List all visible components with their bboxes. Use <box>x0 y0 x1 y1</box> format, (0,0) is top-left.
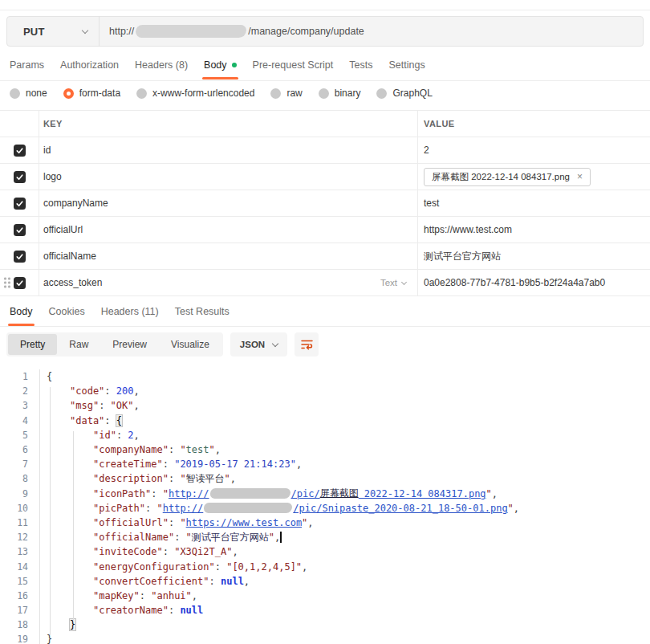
token-date: "2019-05-17 21:14:23" <box>174 459 296 470</box>
token-punct: , <box>232 546 238 557</box>
line-content: "inviteCode": "X3Qi2T_A", <box>40 546 238 557</box>
token-str: "anhui" <box>151 590 192 601</box>
wrap-lines-button[interactable] <box>295 332 319 357</box>
close-icon[interactable]: × <box>577 172 583 181</box>
token-punct: : <box>169 517 180 528</box>
view-mode-visualize[interactable]: Visualize <box>159 334 221 355</box>
body-type-label: none <box>26 88 47 99</box>
format-select[interactable]: JSON <box>230 332 287 357</box>
token-key: "createTime" <box>93 459 163 470</box>
token-str: "X3Qi2T_A" <box>174 546 232 557</box>
line-number: 11 <box>0 516 40 530</box>
token-navy: 测试平台官方网站 <box>192 531 269 544</box>
row-checkbox[interactable] <box>14 251 26 263</box>
check-icon <box>15 252 24 261</box>
chevron-down-icon <box>272 340 278 346</box>
url-path: /manage/company/update <box>248 26 364 37</box>
url-prefix: http:// <box>109 26 134 37</box>
row-checkbox[interactable] <box>14 277 26 289</box>
tab-label: Settings <box>388 59 425 71</box>
method-select[interactable]: PUT <box>7 17 99 46</box>
body-type-raw[interactable]: raw <box>270 88 302 99</box>
key-cell[interactable]: officialUrl <box>39 224 417 235</box>
check-icon <box>15 279 24 287</box>
value-cell[interactable]: test <box>417 198 650 209</box>
row-checkbox[interactable] <box>14 171 26 183</box>
token-str: "OK" <box>111 400 134 411</box>
line-content: "creatorName": null <box>40 605 203 616</box>
key-cell[interactable]: access_tokenText <box>39 277 417 288</box>
response-tab-cookies[interactable]: Cookies <box>49 306 85 326</box>
row-checkbox[interactable] <box>14 198 26 210</box>
tab-authorization[interactable]: Authorization <box>60 59 119 79</box>
token-key: "msg" <box>70 400 99 411</box>
token-num: 2 <box>128 430 133 441</box>
view-mode-pretty[interactable]: Pretty <box>8 334 57 355</box>
key-cell[interactable]: companyName <box>39 198 417 209</box>
check-icon <box>15 173 24 181</box>
tab-tests[interactable]: Tests <box>349 59 372 79</box>
body-type-x-www-form-urlencoded[interactable]: x-www-form-urlencoded <box>136 88 254 99</box>
code-line: 15"convertCoefficient": null, <box>0 574 650 589</box>
key-cell[interactable]: id <box>39 145 417 156</box>
token-punct: , <box>307 517 313 528</box>
tab-pre-request-script[interactable]: Pre-request Script <box>253 59 334 79</box>
line-content: "convertCoefficient": null, <box>40 576 250 587</box>
value-type-select[interactable]: Text <box>380 278 406 287</box>
radio-icon <box>136 88 147 99</box>
value-cell[interactable]: 2 <box>417 145 650 156</box>
url-input[interactable]: http:// /manage/company/update <box>100 25 364 38</box>
line-number: 10 <box>0 501 40 516</box>
token-str: " <box>508 503 514 514</box>
value-cell[interactable]: 屏幕截图 2022-12-14 084317.png× <box>417 168 650 186</box>
body-type-form-data[interactable]: form-data <box>63 88 120 99</box>
line-content: "createTime": "2019-05-17 21:14:23", <box>40 459 302 470</box>
line-number: 5 <box>0 428 40 442</box>
view-mode-raw[interactable]: Raw <box>57 334 100 355</box>
tab-params[interactable]: Params <box>10 59 44 79</box>
key-text: id <box>43 145 51 156</box>
token-punct: , <box>134 385 140 397</box>
tab-headers-8[interactable]: Headers (8) <box>135 59 188 79</box>
tab-settings[interactable]: Settings <box>388 59 425 79</box>
value-cell[interactable]: https://www.test.com <box>417 224 650 235</box>
tab-body[interactable]: Body <box>204 59 237 79</box>
code-line: 2"code": 200, <box>0 384 650 398</box>
response-tab-test-results[interactable]: Test Results <box>175 306 230 326</box>
tab-label: Cookies <box>49 306 85 317</box>
value-text: 0a0e2808-77b7-4781-b9b5-b2f24a4a7ab0 <box>424 277 605 288</box>
token-punct: , <box>274 532 280 543</box>
view-mode-preview[interactable]: Preview <box>100 334 159 355</box>
tab-label: Headers (8) <box>135 59 188 71</box>
token-key: "description" <box>93 473 169 484</box>
response-tab-headers-11[interactable]: Headers (11) <box>101 306 159 326</box>
key-text: logo <box>43 171 62 182</box>
value-cell[interactable]: 0a0e2808-77b7-4781-b9b5-b2f24a4a7ab0 <box>417 277 650 288</box>
token-punct: : <box>145 503 156 514</box>
token-link: https://www.test.com <box>186 517 303 528</box>
key-cell[interactable]: logo <box>39 171 417 182</box>
radio-icon <box>63 88 74 99</box>
token-key: "data" <box>70 415 104 426</box>
key-cell[interactable]: officialName <box>39 251 417 262</box>
line-content: { <box>40 371 52 382</box>
format-label: JSON <box>240 340 265 349</box>
body-type-binary[interactable]: binary <box>319 88 361 99</box>
table-row: access_tokenText0a0e2808-77b7-4781-b9b5-… <box>0 270 650 296</box>
value-cell[interactable]: 测试平台官方网站 <box>417 250 650 263</box>
body-type-none[interactable]: none <box>10 88 47 99</box>
body-type-graphql[interactable]: GraphQL <box>376 88 432 99</box>
row-checkbox[interactable] <box>14 224 26 236</box>
token-str: " <box>225 473 230 484</box>
response-tab-body[interactable]: Body <box>10 306 33 326</box>
line-number: 14 <box>0 559 40 573</box>
row-checkbox[interactable] <box>14 145 26 157</box>
table-row: logo屏幕截图 2022-12-14 084317.png× <box>0 164 650 190</box>
drag-handle[interactable] <box>4 278 10 288</box>
code-line: 12"officialName": "测试平台官方网站", <box>0 530 650 544</box>
token-str: " <box>186 532 192 543</box>
radio-icon <box>10 88 20 99</box>
token-punct: , <box>230 473 236 484</box>
line-number: 1 <box>0 369 40 384</box>
line-content: "picPath": "http:///pic/Snipaste_2020-08… <box>40 503 519 514</box>
